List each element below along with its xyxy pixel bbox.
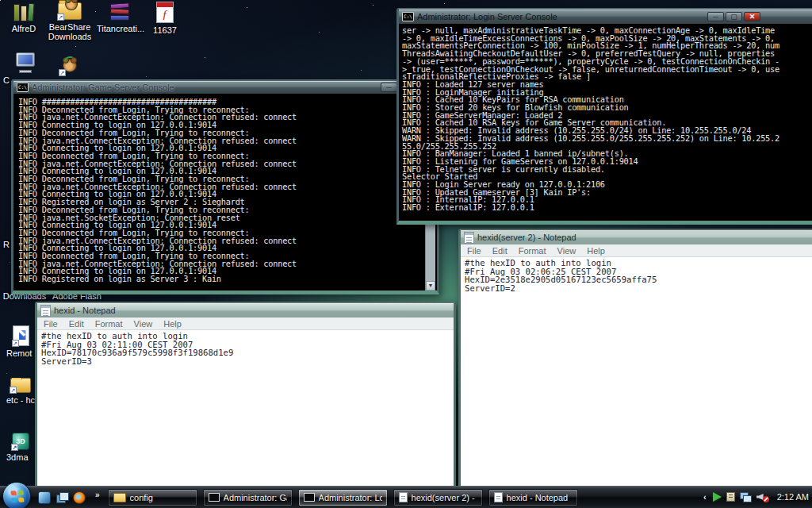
notepad-text-area[interactable]: #the hexID to auth into login#Fri Aug 03… [461, 257, 812, 486]
remote-document-icon: ↗ [13, 325, 29, 346]
volume-muted-icon[interactable] [756, 491, 769, 502]
taskbar-button[interactable]: hexid(server 2) - Not... [393, 489, 483, 506]
desktop-icon-etc[interactable]: ↗ etc - hc [6, 378, 35, 405]
notepad-menubar: FileEditFormatViewHelp [37, 318, 454, 330]
window-game-server-console: C:\ Administrator: Game Server Console I… [11, 79, 439, 294]
menu-item[interactable]: View [134, 319, 153, 329]
menu-item[interactable]: View [557, 246, 576, 256]
maximize-button[interactable] [726, 12, 742, 21]
notepad-icon [464, 232, 474, 244]
text-line: #the hexID to auth into login [41, 332, 454, 341]
window-title: hexid(server 2) - Notepad [477, 233, 810, 242]
minimize-button[interactable] [381, 83, 397, 92]
network-icon[interactable] [740, 492, 752, 502]
3dsmax-icon: 3D↗ [12, 433, 29, 450]
task-buttons: config Administrator: Gam... Administrat… [108, 489, 584, 506]
clock[interactable]: 2:12 AM [777, 492, 809, 502]
text-line: HexID=2e3518e2905d05167123ec5659affa75 [465, 275, 812, 284]
folder-icon: ↗ [10, 378, 31, 393]
menu-item[interactable]: Format [519, 246, 546, 256]
tray-green-arrow-icon[interactable] [713, 492, 722, 502]
window-notepad-hexid-server2: hexid(server 2) - Notepad FileEditFormat… [458, 229, 812, 488]
game-console-titlebar[interactable]: C:\ Administrator: Game Server Console [13, 81, 437, 94]
menu-item[interactable]: File [467, 246, 481, 256]
quick-launch-overflow-chevron[interactable]: » [95, 491, 100, 499]
bear-shortcut-icon: ↗ [60, 54, 79, 75]
desktop: AlfreD ↗ BearShare Downloads Titancreati… [0, 0, 812, 508]
console-icon [304, 493, 315, 502]
tray-app-icon[interactable] [726, 492, 735, 502]
menu-item[interactable]: File [44, 319, 58, 329]
console-icon [209, 493, 220, 502]
console-line: INFO Registered on login as Server 3 : K… [18, 275, 437, 283]
desktop-icon-remote[interactable]: ↗ Remot [6, 325, 35, 358]
quick-launch [38, 491, 86, 504]
text-line: #the hexID to auth into login [465, 259, 812, 267]
console-window-icon: C:\ [402, 12, 414, 21]
start-button[interactable] [2, 482, 31, 508]
menu-item[interactable]: Help [587, 246, 605, 256]
flash-file-icon: ƒ [156, 2, 174, 23]
login-console-titlebar[interactable]: C:\ Administrator: Login Server Console [399, 10, 812, 24]
text-line: ServerID=3 [41, 357, 454, 366]
menu-item[interactable]: Help [163, 319, 182, 329]
window-title: Administrator: Game Server Console [32, 83, 377, 92]
notepad-text-area[interactable]: #the hexID to auth into login#Fri Aug 03… [37, 330, 454, 486]
close-button[interactable] [744, 12, 760, 21]
taskbar-button[interactable]: Administrator: Gam... [203, 489, 293, 506]
shortcut-arrow-icon: ↗ [12, 340, 19, 347]
menu-item[interactable]: Edit [69, 319, 84, 329]
desktop-icon-11637[interactable]: ƒ 11637 [136, 2, 193, 35]
desktop-label-fragment-r: R [1, 240, 12, 249]
shortcut-arrow-icon: ↗ [11, 444, 18, 451]
window-login-server-console: C:\ Administrator: Login Server Console … [396, 8, 812, 225]
notepad-menubar: FileEditFormatViewHelp [461, 244, 812, 257]
window-title: hexid - Notepad [54, 306, 450, 315]
firefox-icon[interactable] [73, 491, 86, 504]
login-console-output: ser -> null, maxAdministrativeTaskTime -… [399, 24, 812, 221]
game-console-output: INFO ###################################… [13, 94, 437, 291]
show-desktop-icon[interactable] [38, 491, 51, 504]
taskbar-button[interactable]: config [108, 489, 197, 506]
folder-icon [113, 493, 126, 502]
shortcut-arrow-icon: ↗ [10, 387, 17, 394]
text-line: HexID=78170c936a9f579c5998f3f19868d1e9 [41, 348, 454, 357]
notepad-icon [399, 492, 408, 502]
menu-item[interactable]: Edit [492, 246, 508, 256]
computer-icon [14, 52, 36, 73]
text-line: ServerID=2 [465, 284, 812, 293]
notepad-titlebar[interactable]: hexid - Notepad [37, 303, 454, 318]
bear-icon [65, 0, 78, 10]
desktop-icon-bearshare[interactable]: ↗ [52, 54, 87, 77]
notepad-icon [40, 305, 51, 317]
notepad-titlebar[interactable]: hexid(server 2) - Notepad [461, 230, 812, 244]
window-notepad-hexid: hexid - Notepad FileEditFormatViewHelp #… [35, 302, 456, 488]
minimize-button[interactable] [707, 12, 724, 21]
shortcut-arrow-icon: ↗ [57, 13, 64, 21]
window-title: Administrator: Login Server Console [417, 12, 704, 21]
windows-flag-icon [10, 490, 24, 502]
folder-icon: ↗ [58, 2, 82, 20]
notepad-icon [494, 492, 503, 502]
taskbar-button[interactable]: hexid - Notepad [488, 489, 578, 506]
taskbar: » config Administrator: Gam... Administr… [0, 486, 812, 508]
books-icon [12, 2, 36, 21]
console-line: INFO : ExternalIP: 127.0.0.1 [402, 204, 812, 212]
scroll-down-icon[interactable]: ▼ [426, 281, 435, 291]
desktop-icon-3dmax[interactable]: 3D↗ 3dma [6, 433, 35, 462]
taskbar-button[interactable]: Administrator: Logi... [298, 489, 388, 506]
system-tray: ‹ 2:12 AM [703, 486, 809, 508]
wallpaper-stars [0, 0, 1, 1]
shortcut-arrow-icon: ↗ [59, 69, 66, 76]
menu-item[interactable]: Format [95, 319, 123, 329]
tray-expand-chevron[interactable]: ‹ [703, 492, 707, 502]
console-window-icon: C:\ [17, 83, 29, 92]
winrar-archive-icon [110, 2, 131, 21]
switch-windows-icon[interactable] [56, 491, 68, 504]
